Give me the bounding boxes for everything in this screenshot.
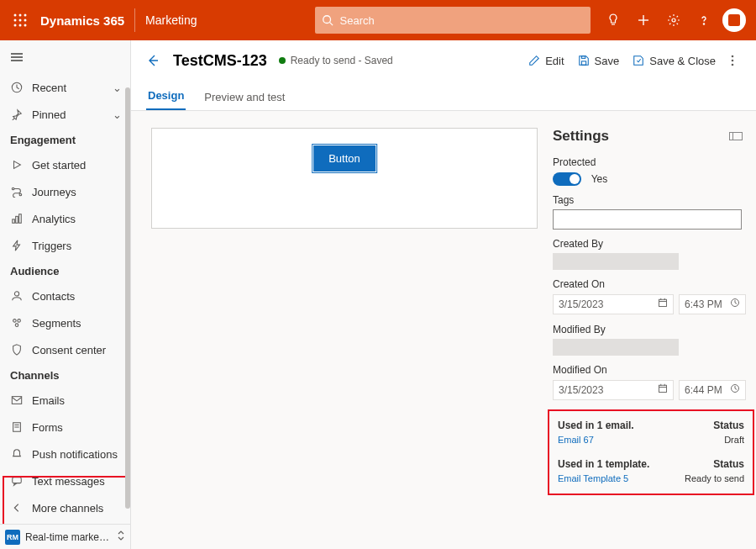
- selected-button-element[interactable]: Button: [312, 144, 377, 173]
- pencil-icon: [528, 55, 540, 66]
- usage-email-heading: Used in 1 email.: [558, 420, 634, 431]
- svg-point-21: [19, 193, 22, 196]
- overflow-menu[interactable]: [722, 54, 743, 67]
- profile-avatar[interactable]: [719, 0, 749, 40]
- svg-rect-53: [659, 385, 667, 392]
- brand-label: Dynamics 365: [40, 13, 124, 28]
- edit-button[interactable]: Edit: [522, 51, 570, 71]
- nav-segments[interactable]: Segments: [0, 309, 130, 336]
- usage-email-status-label: Status: [713, 420, 744, 431]
- plus-icon[interactable]: [628, 0, 659, 40]
- nav-analytics[interactable]: Analytics: [0, 205, 130, 232]
- clock-icon: [10, 81, 24, 94]
- svg-point-5: [24, 19, 27, 22]
- nav-more-channels[interactable]: More channels: [0, 494, 130, 521]
- clock-icon: [730, 383, 740, 396]
- svg-point-26: [13, 319, 17, 323]
- settings-title: Settings: [553, 128, 609, 145]
- svg-rect-29: [12, 397, 21, 404]
- svg-rect-22: [13, 219, 15, 223]
- svg-point-27: [18, 319, 21, 323]
- bell-icon: [10, 447, 24, 461]
- svg-point-28: [15, 324, 18, 327]
- area-switcher[interactable]: RM Real-time marketi...: [0, 524, 130, 549]
- created-by-value: [553, 253, 679, 270]
- svg-point-8: [24, 24, 27, 27]
- nav-triggers[interactable]: Triggers: [0, 232, 130, 259]
- created-on-date[interactable]: 3/15/2023: [553, 294, 674, 314]
- svg-rect-43: [581, 61, 585, 65]
- svg-point-15: [703, 24, 704, 24]
- save-icon: [578, 55, 590, 66]
- created-by-label: Created By: [553, 238, 746, 250]
- nav-contacts[interactable]: Contacts: [0, 282, 130, 309]
- created-on-time[interactable]: 6:43 PM: [679, 294, 746, 314]
- section-channels: Channels: [0, 363, 130, 387]
- sidebar-scrollbar[interactable]: [125, 87, 130, 509]
- svg-point-4: [19, 19, 22, 22]
- svg-line-10: [329, 23, 333, 26]
- svg-point-3: [14, 19, 17, 22]
- help-icon[interactable]: [689, 0, 719, 40]
- created-on-label: Created On: [553, 278, 746, 290]
- svg-point-6: [14, 24, 17, 27]
- top-bar: Dynamics 365 Marketing: [0, 0, 756, 40]
- nav-text[interactable]: Text messages: [0, 467, 130, 494]
- global-search[interactable]: [315, 7, 591, 34]
- nav-pinned[interactable]: Pinned ⌄: [0, 101, 130, 128]
- design-canvas[interactable]: Button: [151, 128, 538, 229]
- tab-design[interactable]: Design: [146, 82, 186, 110]
- calendar-icon: [658, 298, 668, 310]
- chart-icon: [10, 212, 24, 225]
- panel-collapse-icon[interactable]: [729, 132, 743, 140]
- svg-point-9: [323, 16, 330, 24]
- section-engagement: Engagement: [0, 128, 130, 151]
- lightbulb-icon[interactable]: [598, 0, 628, 40]
- tags-label: Tags: [553, 194, 746, 206]
- modified-on-date[interactable]: 3/15/2023: [553, 380, 674, 400]
- search-input[interactable]: [340, 14, 559, 27]
- section-audience: Audience: [0, 259, 130, 282]
- svg-point-25: [14, 292, 18, 296]
- nav-consent[interactable]: Consent center: [0, 336, 130, 363]
- nav-recent[interactable]: Recent ⌄: [0, 74, 130, 101]
- modified-by-value: [553, 339, 679, 356]
- updown-icon: [117, 530, 125, 544]
- tab-bar: Design Preview and test: [131, 81, 756, 111]
- main-content: TestCMS-123 Ready to send - Saved Edit S…: [131, 40, 756, 549]
- nav-get-started[interactable]: Get started: [0, 151, 130, 178]
- save-button[interactable]: Save: [571, 51, 627, 71]
- tab-preview[interactable]: Preview and test: [202, 84, 286, 110]
- tags-input[interactable]: [553, 209, 742, 230]
- command-bar: TestCMS-123 Ready to send - Saved Edit S…: [131, 40, 756, 81]
- nav-journeys[interactable]: Journeys: [0, 178, 130, 205]
- left-navigation: Recent ⌄ Pinned ⌄ Engagement Get started…: [0, 40, 131, 549]
- svg-rect-48: [659, 299, 667, 306]
- mail-icon: [10, 393, 24, 407]
- gear-icon[interactable]: [659, 0, 689, 40]
- usage-template-link[interactable]: Email Template 5: [558, 473, 628, 483]
- modified-on-time[interactable]: 6:44 PM: [679, 380, 746, 400]
- nav-forms[interactable]: Forms: [0, 414, 130, 441]
- back-button[interactable]: [141, 49, 165, 72]
- save-close-icon: [633, 55, 644, 66]
- app-launcher-icon[interactable]: [7, 7, 34, 34]
- svg-rect-44: [581, 56, 585, 59]
- svg-rect-24: [19, 214, 22, 224]
- top-divider: [134, 8, 135, 32]
- svg-rect-33: [13, 478, 22, 483]
- canvas-button[interactable]: Button: [313, 145, 375, 172]
- svg-point-46: [732, 60, 734, 62]
- form-icon: [10, 420, 24, 434]
- usage-email-link[interactable]: Email 67: [558, 435, 594, 445]
- nav-pinned-label: Pinned: [32, 108, 104, 121]
- save-close-button[interactable]: Save & Close: [626, 51, 722, 71]
- bolt-icon: [10, 239, 24, 252]
- protected-toggle[interactable]: [553, 172, 581, 186]
- nav-emails[interactable]: Emails: [0, 387, 130, 414]
- svg-rect-23: [16, 216, 18, 223]
- nav-recent-label: Recent: [32, 82, 104, 94]
- nav-push[interactable]: Push notifications: [0, 441, 130, 467]
- usage-template-status-label: Status: [713, 458, 744, 470]
- hamburger-icon[interactable]: [0, 40, 130, 74]
